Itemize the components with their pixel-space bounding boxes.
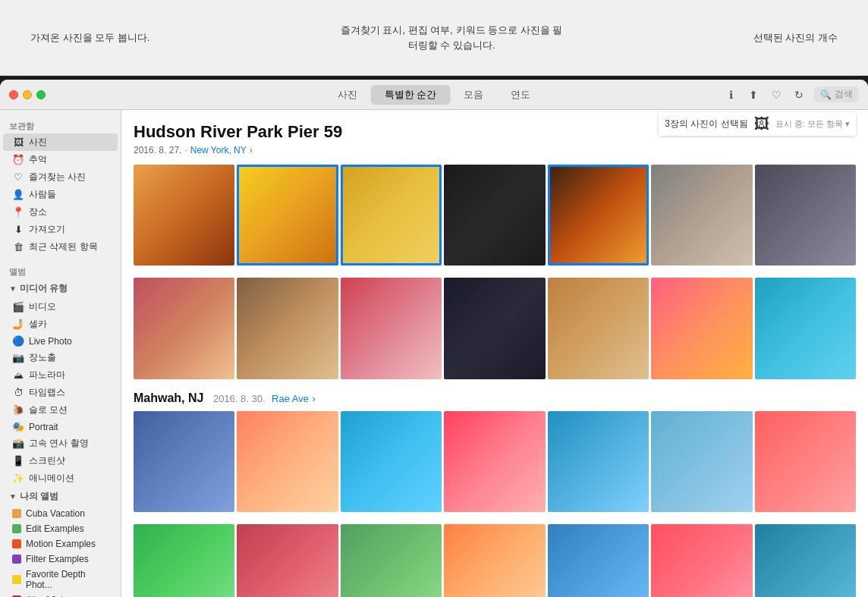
chevron-down-icon-albums: ▼	[9, 492, 17, 501]
photo-cell[interactable]	[341, 165, 442, 266]
sidebar: 보관함 🖼 사진 ⏰ 추억 ♡ 즐겨찾는 사진 👤 사람들 📍 장소	[0, 110, 121, 597]
trash-icon: 🗑	[12, 241, 24, 253]
sidebar-item-filter-examples[interactable]: Filter Examples	[3, 551, 118, 567]
filter-label: 표시 중: 모든 항목 ▾	[775, 118, 850, 130]
section1-location-link[interactable]: New York, NY	[190, 145, 247, 156]
chevron-down-icon: ▼	[9, 284, 17, 293]
tab-collections[interactable]: 모음	[450, 85, 497, 105]
annotation-center: 즐겨찾기 표시, 편집 여부, 키워드 등으로 사진을 필터링할 수 있습니다.	[338, 23, 565, 52]
favorites-icon: ♡	[12, 171, 24, 183]
chevron-right-icon-section1: ›	[250, 145, 253, 156]
sidebar-item-selfie[interactable]: 🤳 셀카	[3, 316, 118, 333]
photo-cell[interactable]	[341, 278, 442, 379]
sidebar-item-places[interactable]: 📍 장소	[3, 203, 118, 221]
info-icon[interactable]: ℹ	[723, 87, 738, 102]
search-box[interactable]: 🔍 검색	[814, 86, 859, 102]
photo-cell[interactable]	[651, 278, 752, 379]
sidebar-item-portrait[interactable]: 🎭 Portrait	[3, 419, 118, 435]
favorite-icon[interactable]: ♡	[769, 87, 784, 102]
photo-cell[interactable]	[755, 278, 856, 379]
minimize-button[interactable]	[23, 90, 32, 99]
sidebar-item-timelapse[interactable]: ⏱ 타임랩스	[3, 384, 118, 401]
photos-icon: 🖼	[12, 137, 24, 148]
photo-cell[interactable]	[134, 165, 234, 266]
sidebar-item-recently-deleted[interactable]: 🗑 최근 삭제된 항목	[3, 238, 118, 256]
rotate-icon[interactable]: ↻	[791, 87, 807, 102]
live-photo-icon: 🔵	[12, 335, 24, 347]
sidebar-item-favorite-depth[interactable]: Favorite Depth Phot...	[3, 567, 118, 592]
annotation-area: 가져온 사진을 모두 봅니다. 즐겨찾기 표시, 편집 여부, 키워드 등으로 …	[0, 0, 868, 76]
sidebar-item-favorites[interactable]: ♡ 즐겨찾는 사진	[3, 168, 118, 186]
slow-motion-icon: 🐌	[12, 404, 24, 416]
tab-years[interactable]: 연도	[497, 85, 544, 105]
chevron-right-icon-section2: ›	[312, 393, 315, 404]
search-icon: 🔍	[820, 90, 832, 100]
photo-cell[interactable]	[548, 278, 649, 379]
sidebar-item-edit-examples[interactable]: Edit Examples	[3, 521, 118, 536]
album-color-filter	[12, 555, 21, 564]
sidebar-group-media-type[interactable]: ▼ 미디어 유형	[0, 279, 121, 298]
photo-grid-row2	[134, 278, 856, 379]
sidebar-group-my-albums[interactable]: ▼ 나의 앨범	[0, 487, 121, 506]
close-button[interactable]	[9, 90, 18, 99]
photo-cell[interactable]	[341, 524, 442, 597]
photo-cell[interactable]	[134, 411, 234, 512]
sidebar-item-imports[interactable]: ⬇ 가져오기	[3, 221, 118, 238]
album-color-cuba	[12, 509, 21, 518]
screenshot-icon: 📱	[12, 455, 24, 467]
photo-cell[interactable]	[651, 411, 752, 512]
photo-cell[interactable]	[755, 165, 856, 266]
photo-cell[interactable]	[651, 524, 752, 597]
photo-cell[interactable]	[444, 524, 545, 597]
titlebar: 사진 특별한 순간 모음 연도 ℹ ⬆ ♡ ↻ 🔍 검색	[0, 80, 868, 110]
photo-cell[interactable]	[237, 411, 338, 512]
sidebar-item-motion-examples[interactable]: Motion Examples	[3, 536, 118, 551]
photo-cell[interactable]	[444, 165, 545, 266]
sidebar-item-people[interactable]: 👤 사람들	[3, 186, 118, 203]
sidebar-item-animation[interactable]: ✨ 애니메이션	[3, 470, 118, 487]
section2-title: Mahwah, NJ 2016. 8. 30. Rae Ave ›	[134, 391, 856, 405]
photo-cell[interactable]	[548, 411, 649, 512]
sidebar-item-memories[interactable]: ⏰ 추억	[3, 151, 118, 168]
album-color-motion	[12, 539, 21, 548]
sidebar-item-video[interactable]: 🎬 비디오	[3, 298, 118, 316]
people-icon: 👤	[12, 189, 24, 200]
sidebar-header-album: 앨범	[0, 262, 121, 279]
photo-cell[interactable]	[444, 411, 545, 512]
tab-photos[interactable]: 사진	[324, 85, 371, 105]
tab-moments[interactable]: 특별한 순간	[371, 85, 451, 105]
photo-cell[interactable]	[341, 411, 442, 512]
sidebar-item-live-photo[interactable]: 🔵 Live Photo	[3, 333, 118, 349]
sidebar-header-library: 보관함	[0, 116, 121, 134]
imports-icon: ⬇	[12, 224, 24, 235]
fullscreen-button[interactable]	[36, 90, 46, 99]
photo-cell[interactable]	[755, 524, 856, 597]
sidebar-item-burst[interactable]: 📸 고속 연사 촬영	[3, 435, 118, 452]
photo-cell[interactable]	[548, 165, 649, 266]
panorama-icon: ⛰	[12, 369, 24, 381]
sidebar-item-slow-motion[interactable]: 🐌 슬로 모션	[3, 401, 118, 419]
content-area: 3장의 사진이 선택됨 🖼 표시 중: 모든 항목 ▾ Hudson River…	[121, 110, 868, 597]
photo-cell[interactable]	[444, 278, 545, 379]
section2-place-link[interactable]: Rae Ave	[272, 393, 309, 404]
annotation-left: 가져온 사진을 모두 봅니다.	[30, 30, 149, 46]
photo-cell[interactable]	[237, 165, 338, 266]
photo-cell[interactable]	[755, 411, 856, 512]
annotation-right: 선택된 사진의 개수	[753, 30, 838, 46]
share-icon[interactable]: ⬆	[746, 87, 761, 102]
long-exposure-icon: 📷	[12, 352, 24, 363]
photo-cell[interactable]	[651, 165, 752, 266]
sidebar-item-cuba-vacation[interactable]: Cuba Vacation	[3, 506, 118, 521]
sidebar-item-4th-of-july[interactable]: 4th of July	[3, 592, 118, 597]
sidebar-item-screenshot[interactable]: 📱 스크린샷	[3, 452, 118, 470]
photo-cell[interactable]	[237, 278, 338, 379]
main-area: 보관함 🖼 사진 ⏰ 추억 ♡ 즐겨찾는 사진 👤 사람들 📍 장소	[0, 110, 868, 597]
photo-cell[interactable]	[134, 278, 234, 379]
photo-cell[interactable]	[548, 524, 649, 597]
sidebar-item-photos[interactable]: 🖼 사진	[3, 134, 118, 151]
sidebar-item-long-exposure[interactable]: 📷 장노출	[3, 349, 118, 366]
sidebar-item-panorama[interactable]: ⛰ 파노라마	[3, 366, 118, 384]
photo-cell[interactable]	[237, 524, 338, 597]
selected-badge: 3장의 사진이 선택됨 🖼 표시 중: 모든 항목 ▾	[659, 112, 856, 136]
photo-cell[interactable]	[134, 524, 234, 597]
